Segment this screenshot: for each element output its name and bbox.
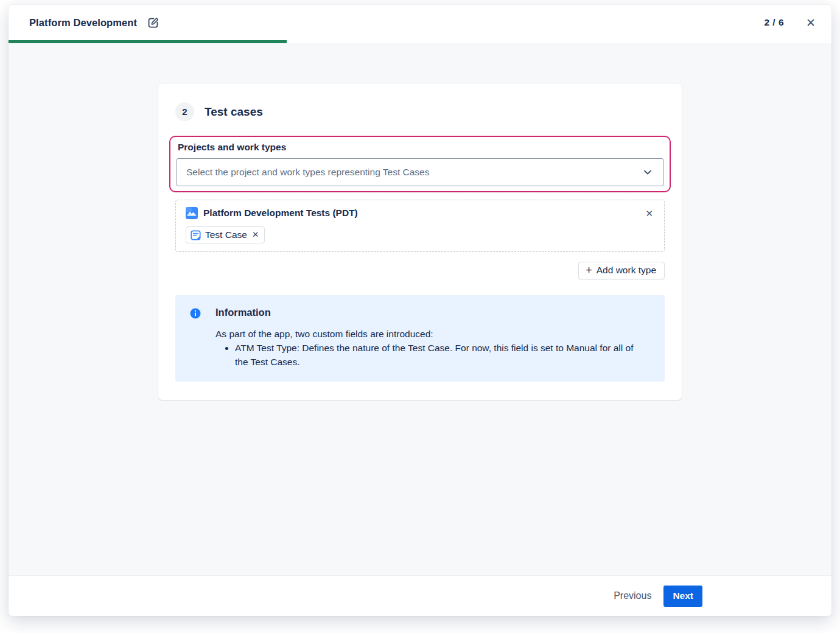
- modal-title: Platform Development: [29, 17, 137, 29]
- remove-project-icon: ✕: [645, 208, 653, 219]
- close-icon: ✕: [806, 16, 816, 29]
- info-title: Information: [215, 307, 646, 318]
- add-worktype-button[interactable]: + Add work type: [578, 262, 665, 279]
- projects-field-spotlight: Projects and work types Select the proje…: [169, 136, 671, 192]
- step-card: 2 Test cases Projects and work types Sel…: [158, 84, 682, 400]
- modal-body: 2 Test cases Projects and work types Sel…: [9, 43, 831, 575]
- step-counter: 2 / 6: [764, 17, 784, 28]
- info-bullet: ATM Test Type: Defines the nature of the…: [235, 341, 646, 369]
- step-header: 2 Test cases: [175, 102, 665, 121]
- worktype-chip: Test Case ✕: [186, 226, 265, 243]
- selected-project-box: Platform Development Tests (PDT) ✕: [175, 200, 665, 252]
- chevron-down-icon: [642, 167, 653, 178]
- remove-project-button[interactable]: ✕: [643, 208, 656, 219]
- info-intro: As part of the app, two custom fields ar…: [215, 327, 646, 341]
- add-worktype-label: Add work type: [597, 265, 656, 276]
- info-icon: [190, 307, 201, 369]
- plus-icon: +: [586, 265, 592, 276]
- close-button[interactable]: ✕: [802, 15, 819, 31]
- info-bullet-list: ATM Test Type: Defines the nature of the…: [215, 341, 646, 369]
- worktype-chip-label: Test Case: [205, 229, 247, 240]
- modal-header: Platform Development 2 / 6 ✕: [9, 5, 831, 40]
- project-row: Platform Development Tests (PDT) ✕: [186, 207, 656, 219]
- project-avatar-icon: [186, 207, 198, 219]
- remove-worktype-icon: ✕: [252, 230, 259, 239]
- next-button[interactable]: Next: [663, 586, 702, 607]
- projects-select[interactable]: Select the project and work types repres…: [177, 158, 663, 186]
- edit-icon: [147, 16, 159, 29]
- step-title: Test cases: [205, 105, 263, 119]
- previous-button[interactable]: Previous: [612, 587, 653, 605]
- test-case-icon: [191, 230, 201, 240]
- projects-select-placeholder: Select the project and work types repres…: [186, 167, 642, 178]
- remove-worktype-button[interactable]: ✕: [251, 231, 259, 239]
- edit-title-button[interactable]: [145, 15, 161, 30]
- add-worktype-row: + Add work type: [175, 262, 665, 279]
- wizard-modal: Platform Development 2 / 6 ✕ 2 Test case…: [9, 5, 831, 616]
- modal-footer: Previous Next: [9, 575, 831, 616]
- projects-field-label: Projects and work types: [177, 141, 663, 153]
- worktype-chip-row: Test Case ✕: [186, 226, 656, 243]
- info-content: Information As part of the app, two cust…: [215, 307, 646, 369]
- information-panel: Information As part of the app, two cust…: [175, 295, 665, 382]
- step-number-badge: 2: [175, 102, 194, 121]
- project-name: Platform Development Tests (PDT): [203, 208, 643, 219]
